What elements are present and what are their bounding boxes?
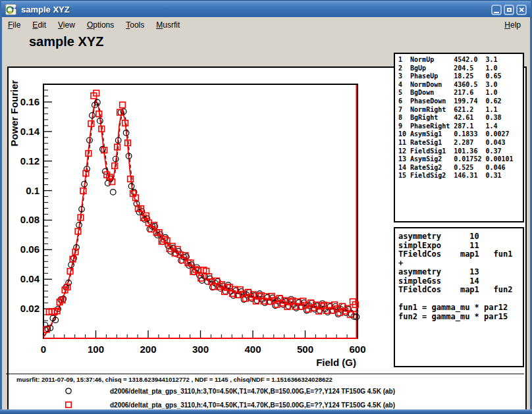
square-marker-icon [63,401,74,409]
svg-text:0.12: 0.12 [20,155,40,167]
window-bottom-border [0,409,532,414]
svg-text:0.1: 0.1 [26,185,40,196]
svg-text:0.16: 0.16 [20,96,40,107]
svg-text:500: 500 [297,344,313,355]
circle-marker-icon [63,387,74,395]
svg-text:0.14: 0.14 [20,126,40,137]
legend-label: d2006/deltat_pta_gps_3110,h:3,T0=4.50K,T… [110,388,395,395]
svg-text:400: 400 [244,344,261,355]
parameter-panel: 1 NormUp 4542.0 3.1 2 BgUp 204.5 1.0 3 P… [394,53,524,222]
theory-text: asymmetry 10 simplExpo 11 TFieldCos map1… [398,232,523,321]
svg-text:0: 0 [41,344,46,355]
application-window: ++ sample XYZ ✕ File Edit View Options T… [0,0,532,414]
legend-entry-h3: d2006/deltat_pta_gps_3110,h:3,T0=4.50K,T… [63,386,395,396]
svg-text:0.08: 0.08 [20,214,40,225]
parameter-table: 1 NormUp 4542.0 3.1 2 BgUp 204.5 1.0 3 P… [398,56,523,180]
svg-text:0.06: 0.06 [20,244,40,255]
svg-text:300: 300 [192,344,209,355]
svg-text:Power Fourier: Power Fourier [9,80,20,146]
plot-title: sample XYZ [29,34,103,49]
fit-status-line: musrfit: 2011-07-09, 15:37:46, chisq = 1… [16,376,332,383]
legend-label: d2006/deltat_pta_gps_3110,h:4,T0=4.50K,T… [110,401,395,409]
svg-text:0.02: 0.02 [20,303,40,314]
svg-text:100: 100 [88,344,104,355]
svg-text:200: 200 [140,344,156,355]
legend-entry-h4: d2006/deltat_pta_gps_3110,h:4,T0=4.50K,T… [63,400,395,410]
theory-panel: asymmetry 10 simplExpo 11 TFieldCos map1… [394,227,524,367]
svg-text:Field (G): Field (G) [316,357,356,368]
svg-text:0.04: 0.04 [20,273,40,284]
svg-text:600: 600 [349,344,365,355]
